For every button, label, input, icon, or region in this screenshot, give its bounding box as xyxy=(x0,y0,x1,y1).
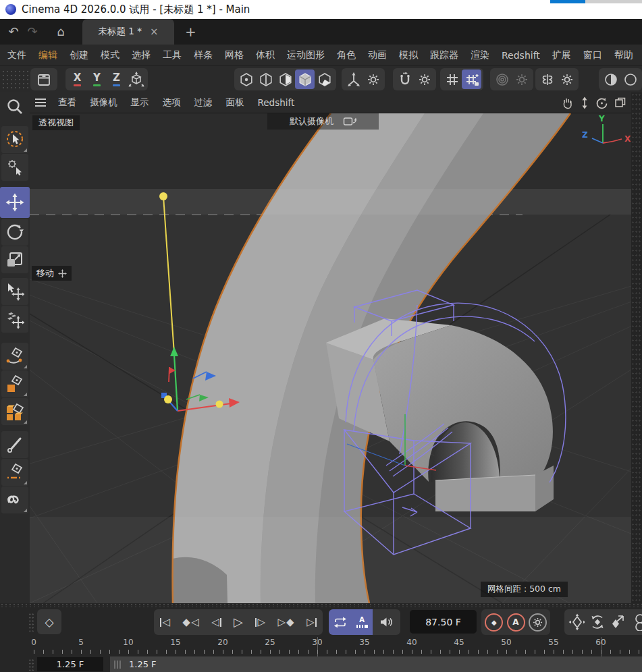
snap-settings-gear-icon[interactable] xyxy=(414,69,434,89)
menu-item-mode[interactable]: 模式 xyxy=(95,49,126,61)
menu-item-mograph[interactable]: 运动图形 xyxy=(281,49,331,61)
loop-playback-button[interactable] xyxy=(329,609,351,635)
edges-mode-icon[interactable] xyxy=(256,69,275,89)
key-position-toggle[interactable] xyxy=(568,613,585,631)
lock-x-axis-button[interactable]: X xyxy=(68,69,87,89)
viewport-hamburger-icon[interactable] xyxy=(35,96,46,109)
menu-item-select[interactable]: 选择 xyxy=(126,49,157,61)
render-settings-gear-icon[interactable] xyxy=(512,69,531,89)
orbit-rotate-icon[interactable] xyxy=(595,96,608,109)
perspective-viewport[interactable]: Y Z X 透视视图 默认摄像机 移动 网格间距 : 500 cm xyxy=(30,113,631,603)
key-rotation-toggle[interactable] xyxy=(589,613,605,631)
lock-y-axis-button[interactable]: Y xyxy=(87,69,107,89)
keyframe-selection-gear-button[interactable] xyxy=(529,613,547,632)
vp-menu-filter[interactable]: 过滤 xyxy=(188,96,219,109)
redo-icon[interactable]: ↷ xyxy=(23,26,42,38)
points-mode-icon[interactable] xyxy=(236,69,256,89)
spline-primitive-pen-tool[interactable] xyxy=(1,370,28,397)
interactive-render-rings-icon[interactable] xyxy=(492,69,512,89)
enable-axis-icon[interactable] xyxy=(344,69,363,89)
snap-magnet-icon[interactable] xyxy=(395,69,414,89)
right-panel-splitter[interactable] xyxy=(631,92,642,603)
menu-item-volume[interactable]: 体积 xyxy=(250,49,281,61)
scale-tool[interactable] xyxy=(1,246,28,273)
toolbar-grip[interactable] xyxy=(1,69,28,90)
timeline-ruler[interactable]: 0 5 10 15 20 25 30 35 40 45 50 55 60 xyxy=(0,637,642,648)
brush-tool[interactable] xyxy=(1,431,28,458)
vp-menu-panel[interactable]: 面板 xyxy=(219,96,251,109)
axis-settings-gear-icon[interactable] xyxy=(363,69,383,89)
workplane-grid-icon[interactable] xyxy=(442,69,462,89)
vp-menu-redshift[interactable]: Redshift xyxy=(251,97,302,108)
selection-move-tool[interactable] xyxy=(1,278,28,305)
move-tool[interactable] xyxy=(0,187,30,218)
goto-end-button[interactable]: ▷ xyxy=(306,617,317,627)
next-frame-button[interactable]: ▷ xyxy=(255,617,265,627)
vp-menu-display[interactable]: 显示 xyxy=(124,96,156,109)
vp-menu-options[interactable]: 选项 xyxy=(156,96,188,109)
clipped-toolbar-icon-2[interactable] xyxy=(620,69,640,89)
menu-item-tracker[interactable]: 跟踪器 xyxy=(424,49,464,61)
prev-frame-button[interactable]: ◁ xyxy=(211,617,221,627)
menu-item-animate[interactable]: 动画 xyxy=(362,49,393,61)
workplane-box-icon[interactable] xyxy=(32,69,55,89)
timeline-ticks[interactable] xyxy=(0,648,642,656)
symmetry-icon[interactable] xyxy=(537,69,557,89)
play-mode-button[interactable]: A xyxy=(351,609,373,635)
polygons-mode-icon[interactable] xyxy=(275,69,295,89)
menu-item-create[interactable]: 创建 xyxy=(63,49,95,61)
record-keyframe-button[interactable]: ◇ xyxy=(37,609,61,634)
lock-workplane-grid-icon[interactable] xyxy=(462,69,481,89)
camera-name-label[interactable]: 默认摄像机 xyxy=(290,115,333,128)
object-move-tool[interactable] xyxy=(1,306,28,333)
goto-start-button[interactable]: ◁ xyxy=(160,617,170,627)
vp-menu-cameras[interactable]: 摄像机 xyxy=(83,96,124,109)
symmetry-settings-gear-icon[interactable] xyxy=(557,69,577,89)
menu-item-redshift[interactable]: Redshift xyxy=(496,50,546,61)
camera-swap-icon[interactable] xyxy=(343,116,356,127)
menu-item-spline[interactable]: 样条 xyxy=(188,49,219,61)
menu-item-tools[interactable]: 工具 xyxy=(157,49,188,61)
sketch-pen-tool[interactable] xyxy=(1,459,28,486)
next-key-button[interactable]: ▷◆ xyxy=(278,617,294,627)
autokey-button[interactable]: A xyxy=(507,613,525,632)
live-selection-tool[interactable] xyxy=(1,126,28,153)
range-start-field[interactable]: 1.25 F xyxy=(37,657,103,671)
search-icon[interactable] xyxy=(1,93,28,120)
home-icon[interactable]: ⌂ xyxy=(51,26,70,38)
menu-item-extensions[interactable]: 扩展 xyxy=(546,49,577,61)
document-tab[interactable]: 未标题 1 * × xyxy=(82,19,174,45)
prev-key-button[interactable]: ◆◁ xyxy=(182,617,198,627)
spline-smooth-squiggle-tool[interactable] xyxy=(1,486,28,513)
camera-bar[interactable]: 默认摄像机 xyxy=(267,113,379,130)
pan-hand-icon[interactable] xyxy=(561,96,574,109)
menu-item-edit[interactable]: 编辑 xyxy=(32,49,63,61)
tool-settings-gears-icon[interactable] xyxy=(1,154,28,181)
toggle-panel-max-icon[interactable] xyxy=(614,97,626,109)
lock-z-axis-button[interactable]: Z xyxy=(107,69,126,89)
play-button[interactable]: ▷ xyxy=(234,616,243,628)
power-slider[interactable]: 1.25 F xyxy=(110,656,642,672)
menu-item-render[interactable]: 渲染 xyxy=(464,49,496,61)
key-scale-toggle[interactable] xyxy=(609,613,625,631)
slider-handle-grip[interactable] xyxy=(114,661,121,669)
coordinate-system-icon[interactable] xyxy=(126,69,146,89)
menu-item-simulate[interactable]: 模拟 xyxy=(393,49,424,61)
vp-menu-view[interactable]: 查看 xyxy=(51,96,83,109)
menu-item-file[interactable]: 文件 xyxy=(1,49,32,61)
texture-mode-icon[interactable] xyxy=(315,69,334,89)
key-parameter-toggle[interactable] xyxy=(629,613,642,631)
spline-pen-tool[interactable] xyxy=(1,343,28,370)
model-mode-icon[interactable] xyxy=(295,69,315,89)
record-active-objects-button[interactable]: ◆ xyxy=(485,613,503,632)
menu-item-window[interactable]: 窗口 xyxy=(577,49,608,61)
menu-item-mesh[interactable]: 网格 xyxy=(219,49,250,61)
tab-close-icon[interactable]: × xyxy=(150,26,159,38)
dolly-updown-icon[interactable] xyxy=(580,96,589,109)
new-tab-icon[interactable]: + xyxy=(185,24,196,40)
rotate-tool[interactable] xyxy=(1,219,28,246)
current-frame-field[interactable]: 87.50 F xyxy=(410,610,477,634)
clipped-toolbar-icon[interactable] xyxy=(601,69,620,89)
primitive-cubes-pen-tool[interactable] xyxy=(1,398,28,425)
menu-item-help[interactable]: 帮助 xyxy=(608,49,639,61)
